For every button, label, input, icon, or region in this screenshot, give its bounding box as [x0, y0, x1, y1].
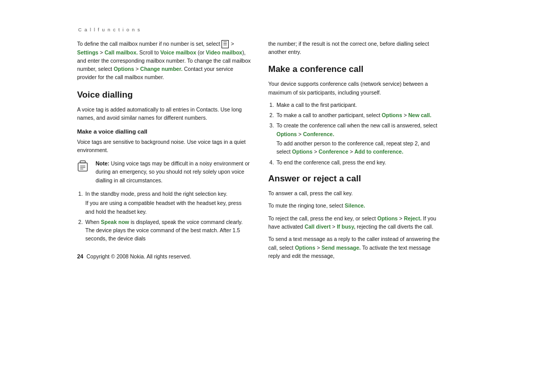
answer-reject-title: Answer or reject a call	[268, 174, 443, 184]
options-link-add: Options	[292, 148, 312, 155]
answer-para3: To reject the call, press the end key, o…	[268, 214, 443, 231]
copyright-text: Copyright © 2008 Nokia. All rights reser…	[86, 253, 191, 259]
conf-step-4: To end the conference call, press the en…	[275, 158, 443, 166]
note-icon	[77, 160, 91, 174]
intro-paragraph: To define the call mailbox number if no …	[77, 40, 252, 82]
reject-link: Reject.	[404, 215, 421, 221]
menu-icon-inline: ☰	[221, 40, 229, 48]
step-2: When Speak now is displayed, speak the v…	[84, 218, 252, 243]
note-box: Note: Using voice tags may be difficult …	[77, 159, 252, 184]
note-text: Note: Using voice tags may be difficult …	[96, 159, 252, 184]
conference-call-intro: Your device supports conference calls (n…	[268, 80, 443, 97]
if-busy-link: If busy,	[337, 223, 355, 230]
conf-step-3: To create the conference call when the n…	[275, 121, 443, 156]
add-to-conf-link: Add to conference.	[355, 148, 403, 155]
section-label: C a l l f u n c t i o n s	[77, 27, 478, 32]
conf-step-1: Make a call to the first participant.	[275, 101, 443, 109]
conference-link: Conference.	[303, 131, 335, 137]
page-number: 24	[77, 253, 83, 259]
two-column-layout: To define the call mailbox number if no …	[77, 40, 478, 366]
conference-call-steps: Make a call to the first participant. To…	[268, 101, 443, 166]
new-call-link: New call.	[409, 112, 432, 118]
settings-link: Settings	[77, 49, 98, 55]
conf-step-3-sub: To add another person to the conference …	[276, 139, 443, 156]
conf-step-2: To make a call to another participant, s…	[275, 111, 443, 119]
options-send-link: Options	[295, 245, 316, 251]
video-mailbox-link: Video mailbox	[206, 49, 242, 55]
options-reject-link: Options	[377, 215, 398, 221]
left-column: To define the call mailbox number if no …	[77, 40, 252, 366]
note-label: Note:	[96, 160, 109, 166]
answer-para4: To send a text message as a reply to the…	[268, 235, 443, 260]
call-mailbox-link: Call mailbox.	[104, 49, 138, 55]
conference-link2: Conference	[319, 148, 348, 155]
page-footer: 24 Copyright © 2008 Nokia. All rights re…	[77, 251, 252, 259]
page-container: C a l l f u n c t i o n s To define the …	[77, 16, 478, 376]
options-link-conf2: Options	[382, 112, 402, 118]
speak-now-link: Speak now	[101, 219, 129, 225]
step-1-sub: If you are using a compatible headset wi…	[85, 199, 252, 216]
options-link-conf3: Options	[276, 131, 297, 137]
voice-mailbox-link: Voice mailbox	[160, 49, 196, 55]
options-link: Options	[114, 66, 134, 72]
change-number-link: Change number.	[140, 66, 182, 72]
svg-rect-0	[78, 163, 87, 171]
silence-link: Silence.	[345, 202, 365, 209]
voice-dialling-description: Voice tags are sensitive to background n…	[77, 138, 252, 155]
answer-para2: To mute the ringing tone, select Silence…	[268, 201, 443, 210]
voice-dialling-steps: In the standby mode, press and hold the …	[77, 190, 252, 243]
answer-para1: To answer a call, press the call key.	[268, 189, 443, 197]
send-message-link: Send message.	[322, 245, 361, 251]
voice-dialling-title: Voice dialling	[77, 90, 252, 100]
conference-call-title: Make a conference call	[268, 64, 443, 74]
svg-rect-1	[80, 161, 85, 163]
make-voice-dialling-subtitle: Make a voice dialling call	[77, 128, 252, 135]
voice-dialling-intro: A voice tag is added automatically to al…	[77, 105, 252, 122]
right-column: the number; if the result is not the cor…	[268, 40, 443, 366]
call-divert-link: Call divert	[305, 223, 331, 230]
right-intro-text: the number; if the result is not the cor…	[268, 40, 443, 57]
step-1: In the standby mode, press and hold the …	[84, 190, 252, 216]
